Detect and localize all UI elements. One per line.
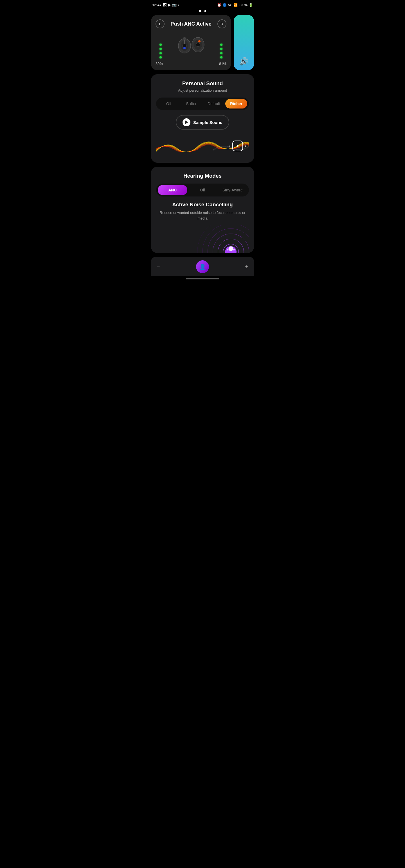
volume-icon: 🔊 — [239, 57, 248, 66]
volume-widget[interactable]: 🔊 — [234, 15, 254, 70]
anc-desc: Reduce unwanted outside noise to focus o… — [156, 210, 249, 221]
profile-icon: 👤 — [199, 264, 206, 270]
green-dot-r3 — [220, 52, 223, 54]
green-dot-l3 — [160, 52, 162, 54]
svg-point-18 — [227, 249, 229, 251]
dot-indicator: • — [178, 3, 179, 7]
personal-sound-subtitle: Adjust personalization amount — [156, 88, 249, 92]
anc-wave-container — [156, 225, 249, 253]
option-off[interactable]: Off — [158, 99, 180, 108]
play-icon — [182, 118, 191, 126]
mode-anc[interactable]: ANC — [158, 185, 187, 195]
hearing-modes-title: Hearing Modes — [156, 173, 249, 179]
green-dot-l4 — [160, 56, 162, 59]
earbuds-svg — [173, 32, 209, 58]
device-name: Push ANC Active — [170, 21, 211, 27]
battery-row: 80% 81% — [155, 62, 226, 66]
earbuds-image — [155, 32, 226, 58]
bottom-bar: − 👤 + — [151, 257, 254, 276]
status-bar: 12:47 🖼 ▶ 📷 • ⏰ 🔵 5G 📶 100% 🔋 — [148, 0, 257, 8]
device-section: L Push ANC Active R — [148, 15, 257, 70]
center-dot — [237, 145, 238, 147]
option-softer[interactable]: Softer — [180, 99, 202, 108]
wave-visualization: ‹ › — [156, 135, 249, 157]
right-dots — [220, 43, 223, 59]
battery-right: 81% — [219, 62, 226, 66]
photo-icon: 🖼 — [163, 3, 167, 7]
mode-selector: ANC Off Stay-Aware — [156, 184, 249, 196]
alarm-icon: ⏰ — [217, 3, 221, 7]
right-ear-badge: R — [218, 20, 226, 28]
signal-icon: 📶 — [233, 3, 238, 7]
svg-point-8 — [183, 47, 185, 49]
anc-wave-svg — [156, 225, 249, 253]
svg-point-3 — [183, 37, 186, 40]
device-header: L Push ANC Active R — [155, 20, 226, 28]
green-dot-l1 — [160, 43, 162, 46]
dot-2 — [204, 10, 206, 12]
sample-sound-button[interactable]: Sample Sound — [176, 115, 229, 130]
option-default[interactable]: Default — [203, 99, 225, 108]
network-label: 5G — [228, 3, 232, 7]
battery-left: 80% — [155, 62, 163, 66]
svg-point-7 — [198, 40, 201, 42]
anc-title: Active Noise Cancelling — [156, 202, 249, 208]
svg-point-6 — [196, 43, 200, 46]
youtube-icon: ▶ — [168, 3, 171, 7]
status-left: 12:47 🖼 ▶ 📷 • — [152, 3, 179, 7]
status-right: ⏰ 🔵 5G 📶 100% 🔋 — [217, 3, 253, 7]
mode-stay-aware[interactable]: Stay-Aware — [218, 185, 247, 195]
left-dots — [160, 43, 162, 59]
device-card: L Push ANC Active R — [151, 15, 231, 70]
dot-1 — [199, 10, 201, 12]
instagram-icon: 📷 — [172, 3, 177, 7]
option-selector: Off Softer Default Richer — [156, 97, 249, 110]
left-ear-badge: L — [155, 20, 165, 28]
plus-icon[interactable]: + — [245, 264, 248, 270]
svg-point-14 — [197, 225, 249, 253]
green-dot-r2 — [220, 48, 223, 50]
profile-circle[interactable]: 👤 — [196, 260, 209, 273]
nav-right-arrow[interactable]: › — [245, 143, 246, 148]
page-dots — [148, 10, 257, 12]
green-dot-r1 — [220, 43, 223, 46]
green-dot-l2 — [160, 48, 162, 50]
minus-icon[interactable]: − — [157, 264, 160, 270]
svg-point-20 — [229, 247, 230, 248]
nav-left-arrow[interactable]: ‹ — [229, 143, 230, 148]
personal-sound-card: Personal Sound Adjust personalization am… — [151, 74, 254, 163]
bluetooth-icon: 🔵 — [223, 3, 227, 7]
play-triangle — [185, 120, 188, 124]
svg-point-21 — [232, 247, 233, 248]
wave-nav: ‹ › — [229, 141, 246, 151]
sample-sound-label: Sample Sound — [193, 120, 223, 125]
hearing-modes-card: Hearing Modes ANC Off Stay-Aware Active … — [151, 167, 254, 253]
center-square[interactable] — [232, 141, 243, 151]
status-time: 12:47 — [152, 3, 162, 7]
battery-icon: 🔋 — [249, 3, 253, 7]
option-richer[interactable]: Richer — [225, 99, 247, 108]
green-dot-r4 — [220, 56, 223, 59]
svg-point-19 — [233, 249, 235, 251]
personal-sound-title: Personal Sound — [156, 81, 249, 87]
mode-off[interactable]: Off — [188, 185, 218, 195]
home-indicator — [185, 278, 220, 279]
battery-label: 100% — [239, 3, 248, 7]
